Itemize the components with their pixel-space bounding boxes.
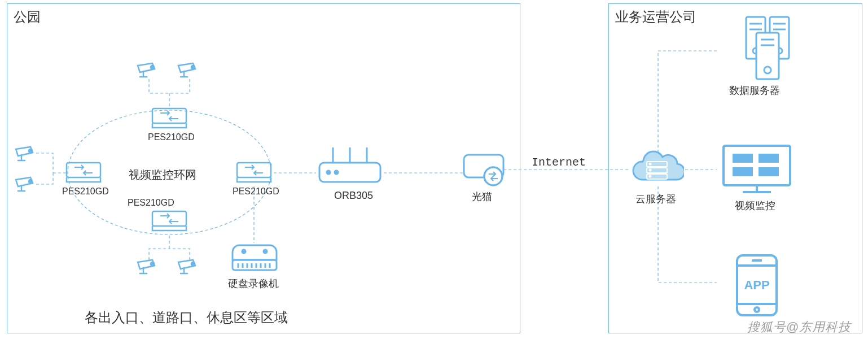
modem-label: 光猫: [472, 190, 492, 203]
switch-label: PES210GD: [233, 186, 279, 197]
svg-point-34: [650, 163, 651, 165]
camera-icon: [176, 61, 201, 80]
data-server-label: 数据服务器: [729, 84, 780, 97]
switch-label: PES210GD: [148, 132, 195, 142]
svg-rect-53: [759, 167, 779, 176]
switch-label: PES210GD: [62, 186, 109, 197]
app-text: APP: [744, 278, 769, 292]
router-label: ORB305: [334, 190, 373, 202]
svg-point-6: [191, 262, 195, 266]
svg-point-21: [242, 250, 246, 253]
svg-point-59: [755, 307, 759, 312]
svg-rect-50: [733, 154, 753, 163]
nvr-icon: [230, 242, 279, 273]
switch-icon: [150, 209, 188, 234]
switch-icon: [235, 160, 273, 185]
camera-icon: [176, 258, 201, 277]
svg-rect-52: [733, 167, 753, 176]
monitor-icon: [720, 142, 794, 197]
camera-icon: [135, 61, 160, 80]
switch-icon: [64, 160, 103, 185]
svg-rect-49: [724, 146, 790, 185]
app-icon: APP: [731, 252, 782, 319]
switch-icon: [150, 106, 188, 131]
svg-point-16: [335, 171, 338, 174]
svg-point-15: [327, 171, 330, 174]
modem-icon: [462, 153, 506, 188]
svg-point-5: [151, 262, 154, 266]
data-server-icon: [717, 14, 796, 81]
svg-point-22: [264, 250, 267, 253]
svg-point-3: [29, 149, 32, 153]
svg-rect-10: [237, 163, 271, 177]
svg-rect-9: [152, 211, 186, 226]
svg-point-1: [151, 66, 154, 69]
switch-label: PES210GD: [128, 198, 174, 208]
router-icon: [316, 146, 384, 186]
camera-icon: [14, 145, 38, 164]
svg-point-36: [650, 176, 651, 177]
nvr-label: 硬盘录像机: [228, 277, 279, 290]
camera-icon: [14, 175, 38, 194]
svg-rect-7: [152, 108, 186, 123]
cloud-label: 云服务器: [635, 192, 676, 206]
watermark-text: 搜狐号@东用科技: [747, 319, 851, 336]
svg-rect-8: [67, 163, 100, 177]
svg-point-4: [29, 180, 32, 183]
svg-rect-51: [759, 154, 779, 163]
cloud-server-icon: [628, 148, 684, 192]
monitor-label: 视频监控: [735, 199, 775, 212]
internet-label: Internet: [532, 156, 586, 169]
svg-point-2: [191, 66, 195, 69]
camera-icon: [135, 258, 160, 277]
svg-point-35: [650, 169, 651, 171]
ring-label: 视频监控环网: [129, 167, 196, 182]
